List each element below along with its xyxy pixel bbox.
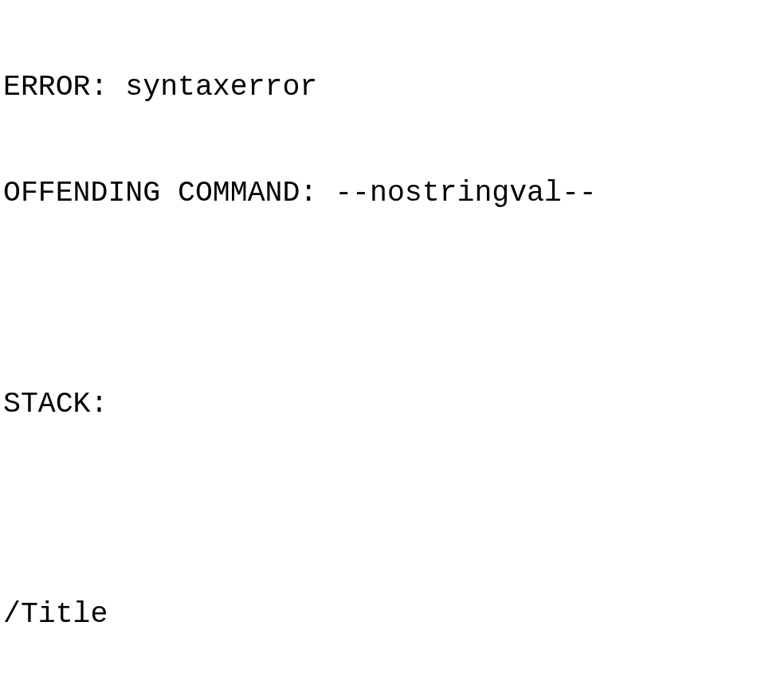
blank-line xyxy=(3,492,765,527)
blank-line xyxy=(3,281,765,316)
error-line: ERROR: syntaxerror xyxy=(3,70,765,105)
stack-header-line: STACK: xyxy=(3,387,765,422)
error-output-page: ERROR: syntaxerror OFFENDING COMMAND: --… xyxy=(0,0,765,700)
stack-line-title: /Title xyxy=(3,597,765,632)
offending-command-line: OFFENDING COMMAND: --nostringval-- xyxy=(3,176,765,211)
